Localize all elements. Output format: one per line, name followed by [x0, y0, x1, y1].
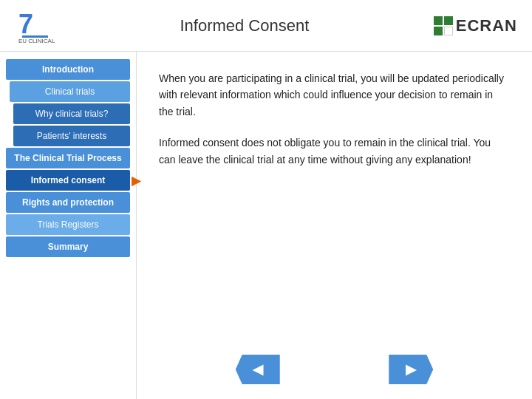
sq4: [444, 27, 453, 35]
back-button[interactable]: ◀: [236, 355, 280, 384]
sidebar-item-summary[interactable]: Summary: [6, 236, 130, 257]
back-arrow: ◀: [253, 361, 263, 378]
sidebar-item-why-clinical-trials[interactable]: Why clinical trials?: [13, 103, 130, 124]
sidebar-item-introduction[interactable]: Introduction: [6, 59, 130, 80]
content-area: When you are participating in a clinical…: [137, 52, 532, 399]
content-paragraph-2: Informed consent does not obligate you t…: [159, 134, 510, 168]
ecran-squares: [434, 16, 453, 35]
content-paragraph-1: When you are participating in a clinical…: [159, 70, 510, 120]
svg-text:7: 7: [18, 9, 33, 39]
sq2: [444, 16, 453, 25]
sidebar-item-informed-consent[interactable]: Informed consent: [6, 170, 130, 191]
forward-arrow: ▶: [406, 361, 416, 378]
ecran-logo: ECRAN: [434, 16, 517, 35]
sidebar-item-rights-protection[interactable]: Rights and protection: [6, 192, 130, 213]
logo-area: 7 EU CLINICAL TRIALS: [15, 7, 55, 44]
sidebar-item-clinical-trials[interactable]: Clinical trials: [10, 81, 130, 102]
svg-text:EU CLINICAL TRIALS: EU CLINICAL TRIALS: [18, 38, 55, 44]
sidebar-item-trials-registers[interactable]: Trials Registers: [6, 214, 130, 235]
ecran-text: ECRAN: [456, 16, 517, 35]
sidebar-item-clinical-trial-process[interactable]: The Clinical Trial Process: [6, 148, 130, 168]
sidebar-item-patients-interests[interactable]: Patients' interests: [13, 126, 130, 146]
header: 7 EU CLINICAL TRIALS Informed Consent EC…: [0, 0, 532, 52]
sq3: [434, 27, 443, 35]
sidebar: Introduction Clinical trials Why clinica…: [0, 52, 137, 399]
main-area: Introduction Clinical trials Why clinica…: [0, 52, 532, 399]
sq1: [434, 16, 443, 25]
page-title: Informed Consent: [55, 16, 434, 35]
forward-button[interactable]: ▶: [389, 355, 433, 384]
logo-icon: 7 EU CLINICAL TRIALS: [15, 7, 55, 44]
nav-buttons: ◀ ▶: [137, 355, 532, 384]
